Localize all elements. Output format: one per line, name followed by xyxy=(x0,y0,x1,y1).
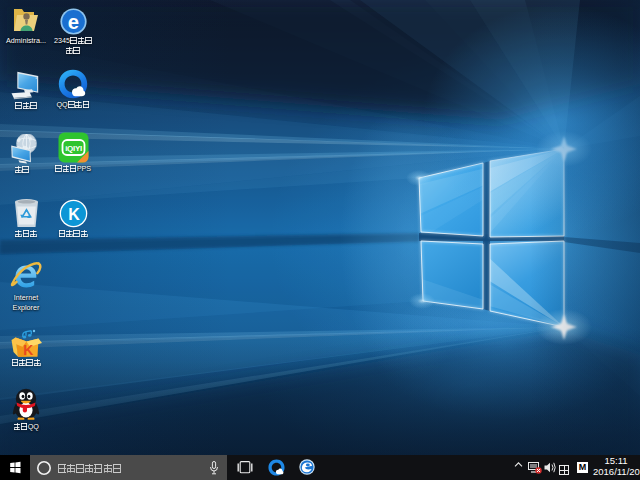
svg-text:e: e xyxy=(67,11,78,33)
svg-text:K: K xyxy=(68,206,80,223)
svg-text:iQIYI: iQIYI xyxy=(65,144,82,153)
svg-text:K: K xyxy=(23,342,33,358)
